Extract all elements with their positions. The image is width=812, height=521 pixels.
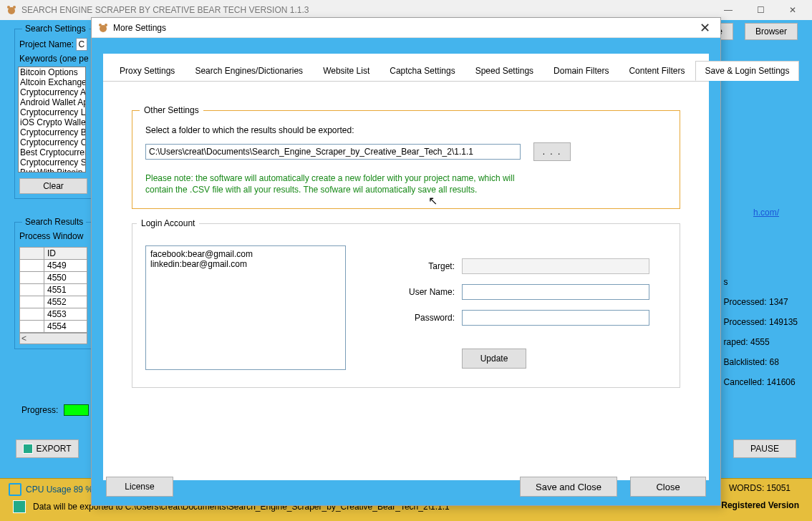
svg-point-2 (13, 6, 16, 9)
status-line: Cancelled: 141606 (724, 372, 798, 392)
username-label: User Name: (403, 287, 455, 297)
update-button[interactable]: Update (462, 349, 526, 369)
main-window-title: SEARCH ENGINE SCRAPER BY CREATIVE BEAR T… (21, 5, 718, 15)
status-line: s (724, 272, 798, 292)
project-name-label: Project Name: (19, 39, 74, 49)
tab-search-engines[interactable]: Search Engines/Dictionaries (185, 61, 312, 81)
table-row[interactable]: 4550 (44, 272, 87, 284)
table-row[interactable]: 4552 (44, 296, 87, 308)
excel-icon (13, 500, 26, 513)
search-settings-legend: Search Settings (22, 24, 89, 34)
browser-button[interactable]: Browser (745, 23, 798, 40)
bear-icon (97, 22, 109, 34)
login-account-group: Login Account facebook:bear@gmail.com li… (132, 223, 680, 388)
status-line: Processed: 149135 (724, 312, 798, 332)
table-row[interactable]: 4554 (44, 321, 87, 333)
close-button[interactable]: Close (630, 477, 706, 497)
save-and-close-button[interactable]: Save and Close (520, 477, 617, 497)
tab-proxy-settings[interactable]: Proxy Settings (110, 61, 184, 81)
browse-folder-button[interactable]: . . . (533, 142, 571, 161)
target-field (462, 258, 649, 274)
project-name-input[interactable] (76, 38, 87, 51)
process-window-label: Process Window (19, 231, 92, 241)
modal-titlebar: More Settings ✕ (92, 18, 720, 38)
table-row[interactable]: 4553 (44, 308, 87, 321)
table-row[interactable]: 4551 (44, 284, 87, 296)
search-results-legend: Search Results (22, 217, 86, 227)
keywords-list[interactable]: Bitcoin Options Altcoin Exchange Cryptoc… (18, 67, 86, 172)
more-settings-dialog: More Settings ✕ Proxy Settings Search En… (91, 17, 721, 506)
excel-icon (23, 444, 33, 454)
tab-speed-settings[interactable]: Speed Settings (466, 61, 543, 81)
other-settings-group: Other Settings Select a folder to which … (132, 110, 680, 209)
svg-point-1 (7, 6, 10, 9)
status-line: Processed: 1347 (724, 292, 798, 312)
modal-close-icon[interactable]: ✕ (695, 20, 715, 36)
status-line: Balcklisted: 68 (724, 352, 798, 372)
list-item[interactable]: Best Cryptocurren (19, 147, 85, 157)
status-panel: s Processed: 1347 Processed: 149135 rape… (724, 272, 798, 392)
svg-point-4 (99, 24, 102, 26)
svg-point-5 (105, 24, 107, 26)
export-note: Please note: the software will automatic… (145, 172, 532, 195)
other-settings-legend: Other Settings (140, 105, 203, 115)
license-button[interactable]: License (106, 477, 173, 497)
target-label: Target: (403, 261, 455, 271)
close-icon[interactable]: ✕ (783, 4, 802, 16)
export-folder-input[interactable] (145, 144, 521, 160)
cpu-usage: CPU Usage 89 % (9, 483, 93, 496)
list-item[interactable]: Cryptocurrency St (19, 157, 85, 167)
progress-bar (64, 404, 89, 416)
bear-icon (6, 4, 17, 16)
search-settings-panel: Search Settings Project Name: Keywords (… (14, 29, 97, 199)
list-item[interactable]: Buy With Bitcoin (19, 167, 85, 172)
search-results-panel: Search Results Process Window ID 4549 45… (14, 222, 97, 349)
table-row[interactable]: 4549 (44, 260, 87, 272)
keywords-label: Keywords (one pe (19, 54, 92, 64)
tab-content-filters[interactable]: Content Filters (619, 61, 694, 81)
username-input[interactable] (462, 284, 649, 300)
words-count: WORDS: 15051 (729, 483, 791, 493)
progress-label: Progress: (21, 405, 58, 415)
tab-save-login-settings[interactable]: Save & Login Settings (695, 61, 798, 81)
list-item[interactable]: Cryptocurrency Le (19, 107, 85, 117)
cpu-chip-icon (9, 483, 21, 496)
settings-tabs: Proxy Settings Search Engines/Dictionari… (103, 54, 709, 82)
list-item[interactable]: Bitcoin Options (19, 67, 85, 77)
website-link[interactable]: h.com/ (753, 208, 779, 218)
registered-version: Registered Version (721, 500, 799, 510)
minimize-icon[interactable]: — (718, 4, 738, 16)
modal-title: More Settings (113, 23, 695, 33)
tab-captcha-settings[interactable]: Captcha Settings (380, 61, 464, 81)
export-button[interactable]: EXPORT (16, 439, 79, 458)
list-item[interactable]: linkedin:bear@gmail.com (150, 259, 341, 269)
login-account-legend: Login Account (137, 218, 199, 228)
pause-button[interactable]: PAUSE (733, 439, 796, 458)
list-item[interactable]: Cryptocurrency Ac (19, 87, 85, 97)
scroll-left-icon[interactable]: < (21, 333, 26, 344)
status-line: raped: 4555 (724, 332, 798, 352)
list-item[interactable]: Altcoin Exchange (19, 77, 85, 87)
horizontal-scrollbar[interactable]: < (19, 333, 87, 344)
clear-button[interactable]: Clear (19, 178, 87, 194)
list-item[interactable]: iOS Crypto Wallet (19, 117, 85, 127)
list-item[interactable]: Cryptocurrency Ch (19, 137, 85, 147)
tab-website-list[interactable]: Website List (314, 61, 379, 81)
tab-domain-filters[interactable]: Domain Filters (544, 61, 618, 81)
list-item[interactable]: Android Wallet Ap (19, 97, 85, 107)
maximize-icon[interactable]: ☐ (751, 4, 770, 16)
list-item[interactable]: Cryptocurrency Bl (19, 127, 85, 137)
export-folder-hint: Select a folder to which the results sho… (145, 125, 667, 135)
id-table: ID 4549 4550 4551 4552 4553 4554 (19, 247, 87, 333)
list-item[interactable]: facebook:bear@gmail.com (150, 249, 341, 259)
password-label: Password: (403, 313, 455, 323)
login-accounts-list[interactable]: facebook:bear@gmail.com linkedin:bear@gm… (145, 245, 346, 370)
id-header: ID (44, 248, 87, 260)
password-input[interactable] (462, 310, 649, 326)
